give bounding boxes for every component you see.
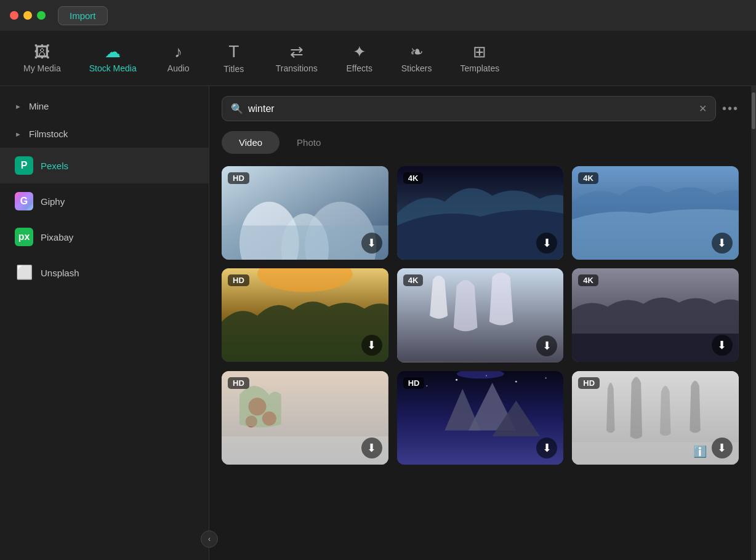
scrollbar-thumb[interactable]: [752, 92, 755, 129]
pixabay-icon: px: [15, 228, 33, 246]
video-badge-2: 4K: [403, 172, 424, 184]
video-card-3[interactable]: 4K ⬇: [572, 166, 739, 260]
sidebar-item-unsplash[interactable]: ⬜ Unsplash: [0, 255, 209, 290]
video-badge-9: HD: [578, 377, 600, 389]
download-button-1[interactable]: ⬇: [361, 233, 382, 254]
download-button-8[interactable]: ⬇: [536, 438, 557, 458]
filmstock-chevron-icon: ►: [15, 130, 22, 138]
maximize-button[interactable]: [37, 11, 46, 20]
stock-media-icon: ☁: [105, 44, 121, 60]
download-button-9[interactable]: ⬇: [712, 438, 733, 458]
audio-icon: ♪: [174, 44, 182, 60]
main-layout: ► Mine ► Filmstock P Pexels G Giphy px P…: [0, 86, 756, 560]
title-bar: Import: [0, 0, 756, 31]
video-card-6[interactable]: 4K ⬇: [572, 268, 739, 362]
sidebar-label-giphy: Giphy: [41, 196, 65, 207]
svg-point-23: [515, 380, 517, 382]
video-badge-8: HD: [403, 377, 425, 389]
video-badge-6: 4K: [578, 274, 598, 286]
sidebar-item-pixabay[interactable]: px Pixabay: [0, 219, 209, 255]
sidebar-collapse-button[interactable]: ‹: [201, 530, 218, 548]
search-options-button[interactable]: •••: [722, 102, 739, 116]
sidebar-label-unsplash: Unsplash: [41, 268, 79, 278]
video-badge-3: 4K: [578, 172, 598, 184]
nav-label-effects: Effects: [346, 63, 372, 73]
sidebar-label-filmstock: Filmstock: [29, 129, 68, 139]
video-grid: HD ⬇: [222, 166, 739, 465]
video-card-9[interactable]: HD ⬇ ℹ️: [572, 371, 739, 465]
search-bar: 🔍 ✕ •••: [222, 96, 739, 121]
nav-label-stickers: Stickers: [401, 63, 432, 73]
sidebar-item-giphy[interactable]: G Giphy: [0, 183, 209, 219]
nav-item-stock-media[interactable]: ☁ Stock Media: [78, 39, 148, 78]
svg-point-24: [426, 385, 427, 386]
download-button-4[interactable]: ⬇: [361, 335, 382, 356]
sidebar-item-pexels[interactable]: P Pexels: [0, 148, 209, 183]
my-media-icon: 🖼: [34, 44, 50, 60]
download-button-3[interactable]: ⬇: [712, 233, 733, 254]
nav-item-titles[interactable]: T Titles: [209, 38, 259, 79]
nav-label-titles: Titles: [223, 64, 244, 74]
video-card-7[interactable]: HD ⬇: [222, 371, 388, 465]
svg-point-21: [456, 378, 457, 380]
nav-label-transitions: Transitions: [276, 63, 318, 73]
video-badge-4: HD: [228, 274, 249, 286]
video-card-2[interactable]: 4K ⬇: [397, 166, 564, 260]
video-badge-1: HD: [228, 172, 249, 184]
transitions-icon: ⇄: [290, 44, 304, 60]
nav-item-my-media[interactable]: 🖼 My Media: [12, 39, 72, 78]
search-icon: 🔍: [231, 103, 243, 114]
unsplash-icon: ⬜: [15, 263, 33, 282]
top-nav: 🖼 My Media ☁ Stock Media ♪ Audio T Title…: [0, 31, 756, 86]
sidebar-label-pexels: Pexels: [41, 161, 68, 171]
import-button[interactable]: Import: [58, 6, 108, 25]
svg-point-25: [545, 377, 546, 378]
nav-item-transitions[interactable]: ⇄ Transitions: [265, 39, 329, 78]
search-clear-button[interactable]: ✕: [699, 103, 707, 114]
nav-item-audio[interactable]: ♪ Audio: [154, 39, 203, 78]
video-badge-7: HD: [228, 377, 249, 389]
tab-video[interactable]: Video: [222, 131, 279, 154]
pexels-icon: P: [15, 156, 33, 175]
close-button[interactable]: [10, 11, 18, 20]
stickers-icon: ❧: [410, 44, 424, 60]
tab-photo[interactable]: Photo: [279, 131, 338, 154]
video-card-8[interactable]: HD ⬇: [397, 371, 564, 465]
traffic-lights: [10, 11, 46, 20]
sidebar-label-pixabay: Pixabay: [41, 232, 73, 242]
nav-item-stickers[interactable]: ❧ Stickers: [390, 39, 443, 78]
sidebar-label-mine: Mine: [29, 101, 49, 111]
nav-label-templates: Templates: [460, 63, 499, 73]
nav-label-my-media: My Media: [23, 63, 61, 73]
download-button-5[interactable]: ⬇: [536, 335, 557, 356]
sidebar-item-filmstock[interactable]: ► Filmstock: [0, 120, 209, 148]
nav-item-effects[interactable]: ✦ Effects: [335, 39, 384, 78]
sidebar-item-mine[interactable]: ► Mine: [0, 92, 209, 120]
download-button-7[interactable]: ⬇: [361, 438, 382, 458]
effects-icon: ✦: [353, 44, 366, 60]
nav-label-audio: Audio: [167, 63, 190, 73]
search-wrapper: 🔍 ✕: [222, 96, 716, 121]
video-badge-5: 4K: [403, 274, 424, 286]
giphy-icon: G: [15, 192, 33, 210]
video-card-4[interactable]: HD ⬇: [222, 268, 388, 362]
media-tabs: Video Photo: [222, 131, 739, 154]
nav-item-templates[interactable]: ⊞ Templates: [449, 39, 510, 78]
nav-label-stock-media: Stock Media: [89, 63, 137, 73]
mine-chevron-icon: ►: [15, 103, 22, 110]
collapse-icon: ‹: [208, 535, 211, 543]
titles-icon: T: [228, 43, 239, 60]
video-card-5[interactable]: 4K ⬇: [397, 268, 564, 362]
video-card-1[interactable]: HD ⬇: [222, 166, 388, 260]
warning-icon: ℹ️: [693, 445, 707, 458]
content-area: 🔍 ✕ ••• Video Photo: [209, 86, 751, 560]
search-input[interactable]: [248, 103, 694, 114]
scrollbar-track[interactable]: [751, 86, 756, 560]
sidebar: ► Mine ► Filmstock P Pexels G Giphy px P…: [0, 86, 209, 560]
templates-icon: ⊞: [473, 44, 486, 60]
minimize-button[interactable]: [23, 11, 32, 20]
